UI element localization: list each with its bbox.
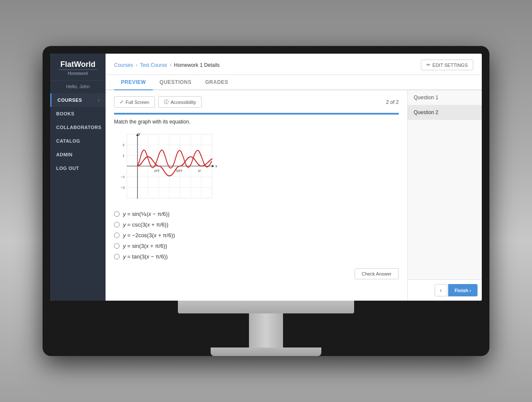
- breadcrumb-sep-2: ›: [170, 62, 172, 68]
- question-panel: ⤢ Full Screen ⓘ Accessibility 2 of 2 Mat…: [106, 90, 407, 301]
- svg-text:pi/3: pi/3: [154, 169, 159, 172]
- svg-text:x: x: [215, 164, 217, 168]
- chevron-right-icon: ›: [98, 98, 100, 103]
- choice-e-label[interactable]: y = tan(3(x − π/6)): [123, 253, 168, 260]
- radio-d[interactable]: [114, 243, 120, 249]
- logo-brand: FlatWorld: [54, 60, 101, 68]
- prev-button[interactable]: ‹: [435, 284, 447, 296]
- pencil-icon: ✏: [426, 62, 430, 68]
- answer-choice-e: y = tan(3(x − π/6)): [114, 253, 399, 260]
- main-content: Courses › Test Course › Homework 1 Detai…: [106, 54, 482, 301]
- svg-text:y: y: [138, 132, 140, 136]
- topbar: Courses › Test Course › Homework 1 Detai…: [106, 54, 482, 75]
- svg-text:pi: pi: [198, 169, 201, 172]
- toolbar-row: ⤢ Full Screen ⓘ Accessibility 2 of 2: [114, 96, 399, 108]
- sidebar-item-catalog[interactable]: CATALOG: [50, 134, 106, 148]
- question-list-item-1[interactable]: Question 1: [408, 90, 482, 105]
- logo-sub: Homework: [54, 71, 101, 76]
- monitor-stand-top: [178, 301, 354, 313]
- sidebar-item-collaborators[interactable]: COLLABORATORS: [50, 121, 106, 134]
- blue-bar: [114, 113, 399, 115]
- sidebar: FlatWorld Homework Hello, John COURSES ›…: [50, 54, 106, 301]
- greeting: Hello, John: [50, 80, 106, 93]
- answer-choice-b: y = csc(3(x + π/6)): [114, 221, 399, 228]
- svg-text:−2: −2: [121, 186, 125, 190]
- answer-choice-c: y = −2cos(3(x + π/6)): [114, 232, 399, 238]
- edit-settings-button[interactable]: ✏ EDIT SETTINGS: [421, 60, 473, 70]
- check-answer-button[interactable]: Check Answer: [355, 268, 399, 279]
- radio-b[interactable]: [114, 222, 120, 227]
- breadcrumb-current: Homework 1 Details: [174, 62, 220, 68]
- choice-b-label[interactable]: y = csc(3(x + π/6)): [123, 221, 169, 228]
- radio-a[interactable]: [114, 211, 120, 217]
- svg-text:−1: −1: [121, 175, 125, 179]
- tab-grades[interactable]: GRADES: [198, 75, 235, 90]
- graph-container: x y 2 1 −1 −2 pi/3 2pi/3 pi: [114, 130, 220, 202]
- fullscreen-button[interactable]: ⤢ Full Screen: [114, 96, 155, 108]
- check-answer-row: Check Answer: [114, 268, 399, 279]
- tab-questions[interactable]: QUESTIONS: [153, 75, 198, 90]
- tabs-bar: PREVIEW QUESTIONS GRADES: [106, 75, 482, 90]
- sidebar-item-courses[interactable]: COURSES ›: [50, 93, 106, 107]
- breadcrumb-test-course[interactable]: Test Course: [140, 62, 167, 68]
- content-area: ⤢ Full Screen ⓘ Accessibility 2 of 2 Mat…: [106, 90, 482, 301]
- answer-choice-d: y = sin(3(x + π/6)): [114, 243, 399, 249]
- sidebar-item-books[interactable]: BOOKS: [50, 107, 106, 121]
- sidebar-spacer: [408, 120, 482, 279]
- toolbar-left: ⤢ Full Screen ⓘ Accessibility: [114, 96, 202, 108]
- questions-sidebar: Question 1 Question 2 ‹ Finish ›: [407, 90, 482, 301]
- breadcrumb-courses[interactable]: Courses: [114, 62, 133, 68]
- page-count: 2 of 2: [386, 99, 399, 105]
- question-list-item-2[interactable]: Question 2: [408, 105, 482, 120]
- choice-d-label[interactable]: y = sin(3(x + π/6)): [123, 243, 167, 249]
- radio-e[interactable]: [114, 254, 120, 259]
- finish-button[interactable]: Finish ›: [448, 284, 478, 296]
- svg-text:2pi/3: 2pi/3: [176, 169, 182, 172]
- choice-a-label[interactable]: y = sin(⅓(x − π/6)): [123, 211, 169, 217]
- accessibility-icon: ⓘ: [164, 99, 169, 105]
- breadcrumb-sep-1: ›: [136, 62, 137, 68]
- logo-area: FlatWorld Homework: [50, 54, 106, 80]
- tab-preview[interactable]: PREVIEW: [114, 75, 153, 90]
- fullscreen-icon: ⤢: [120, 99, 123, 105]
- nav-buttons-row: ‹ Finish ›: [408, 279, 482, 301]
- svg-text:2: 2: [123, 143, 125, 147]
- sidebar-item-logout[interactable]: LOG OUT: [50, 161, 106, 175]
- question-prompt: Match the graph with its equation.: [114, 119, 399, 125]
- answer-choices: y = sin(⅓(x − π/6)) y = csc(3(x + π/6)): [114, 211, 399, 260]
- answer-choice-a: y = sin(⅓(x − π/6)): [114, 211, 399, 217]
- breadcrumb: Courses › Test Course › Homework 1 Detai…: [114, 62, 220, 68]
- svg-marker-15: [212, 165, 214, 167]
- graph-svg: x y 2 1 −1 −2 pi/3 2pi/3 pi: [114, 130, 220, 202]
- accessibility-button[interactable]: ⓘ Accessibility: [158, 96, 202, 108]
- choice-c-label[interactable]: y = −2cos(3(x + π/6)): [123, 232, 175, 238]
- radio-c[interactable]: [114, 233, 120, 238]
- sidebar-item-admin[interactable]: ADMIN: [50, 148, 106, 161]
- monitor-stand-base: [211, 347, 321, 356]
- monitor-stand-neck: [249, 313, 283, 347]
- svg-text:1: 1: [123, 154, 125, 158]
